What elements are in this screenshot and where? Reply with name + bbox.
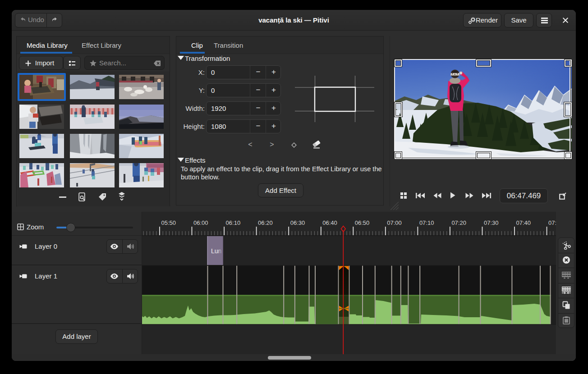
svg-text:07:20: 07:20 bbox=[451, 219, 466, 226]
svg-text:06:50: 06:50 bbox=[355, 219, 370, 226]
svg-text:Lun: Lun bbox=[211, 247, 221, 255]
svg-text:07:10: 07:10 bbox=[419, 219, 434, 226]
svg-text:05:50: 05:50 bbox=[161, 219, 176, 226]
svg-text:06:30: 06:30 bbox=[290, 219, 305, 226]
svg-text:07:50: 07:50 bbox=[548, 219, 556, 226]
svg-text:06:00: 06:00 bbox=[193, 219, 208, 226]
svg-text:06:40: 06:40 bbox=[322, 219, 337, 226]
svg-text:07:30: 07:30 bbox=[484, 219, 499, 226]
svg-text:07:40: 07:40 bbox=[516, 219, 531, 226]
svg-text:06:20: 06:20 bbox=[258, 219, 273, 226]
svg-text:07:00: 07:00 bbox=[387, 219, 402, 226]
svg-text:06:10: 06:10 bbox=[226, 219, 241, 226]
